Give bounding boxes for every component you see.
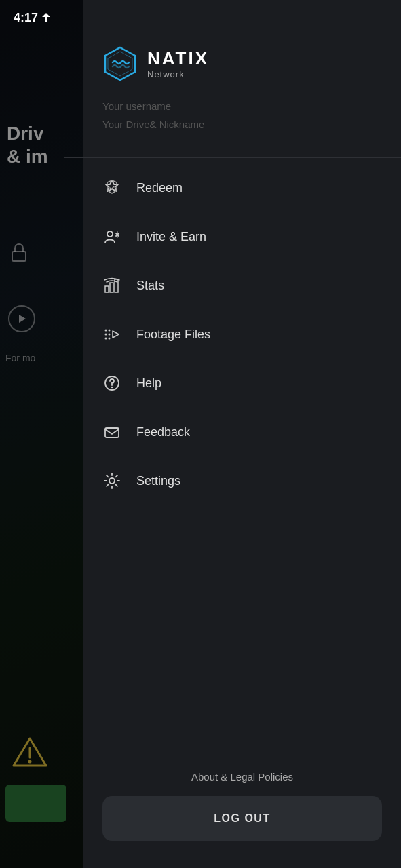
nav-item-feedback[interactable]: Feedback xyxy=(83,408,401,456)
brand-text: NATIX Network xyxy=(147,48,209,79)
drawer-footer: About & Legal Policies LOG OUT xyxy=(83,755,401,868)
svg-rect-8 xyxy=(110,283,113,292)
redeem-icon xyxy=(102,178,121,197)
help-label: Help xyxy=(136,376,161,391)
nav-list: Redeem Invite & Earn xyxy=(83,158,401,755)
invite-label: Invite & Earn xyxy=(136,230,206,244)
brand-name: NATIX xyxy=(147,48,209,69)
svg-point-11 xyxy=(105,334,107,336)
about-link[interactable]: About & Legal Policies xyxy=(191,771,293,783)
nav-item-help[interactable]: Help xyxy=(83,359,401,408)
svg-point-20 xyxy=(109,478,115,484)
footage-icon xyxy=(102,325,121,344)
svg-marker-5 xyxy=(42,13,50,22)
brand-subtitle: Network xyxy=(147,69,209,79)
nav-item-settings[interactable]: Settings xyxy=(83,456,401,505)
side-drawer: NATIX Network Your username Your Drive& … xyxy=(83,0,401,868)
redeem-label: Redeem xyxy=(136,181,183,195)
feedback-icon xyxy=(102,422,121,441)
nickname-field[interactable]: Your Drive& Nickname xyxy=(102,119,382,130)
nav-item-stats[interactable]: Stats xyxy=(83,261,401,310)
feedback-label: Feedback xyxy=(136,425,190,439)
svg-rect-19 xyxy=(105,428,119,437)
svg-point-12 xyxy=(105,338,107,340)
footage-label: Footage Files xyxy=(136,328,210,342)
username-field[interactable]: Your username xyxy=(102,100,382,112)
stats-icon xyxy=(102,276,121,295)
svg-point-13 xyxy=(109,330,111,332)
svg-marker-16 xyxy=(113,331,119,338)
stats-label: Stats xyxy=(136,279,164,293)
nav-item-footage[interactable]: Footage Files xyxy=(83,310,401,359)
svg-point-14 xyxy=(109,334,111,336)
svg-point-18 xyxy=(111,387,113,388)
settings-icon xyxy=(102,471,121,490)
nav-item-invite[interactable]: Invite & Earn xyxy=(83,212,401,261)
nav-item-redeem[interactable]: Redeem xyxy=(83,163,401,212)
help-icon xyxy=(102,374,121,393)
brand-row: NATIX Network xyxy=(102,46,382,81)
drawer-header: NATIX Network Your username Your Drive& … xyxy=(83,0,401,157)
invite-icon xyxy=(102,227,121,246)
status-time: 4:17 xyxy=(14,11,50,25)
svg-rect-7 xyxy=(105,286,109,292)
logout-button[interactable]: LOG OUT xyxy=(102,796,382,841)
svg-point-10 xyxy=(105,330,107,332)
svg-point-15 xyxy=(109,338,111,340)
svg-point-6 xyxy=(107,231,113,237)
natix-logo xyxy=(102,46,138,81)
settings-label: Settings xyxy=(136,474,180,488)
